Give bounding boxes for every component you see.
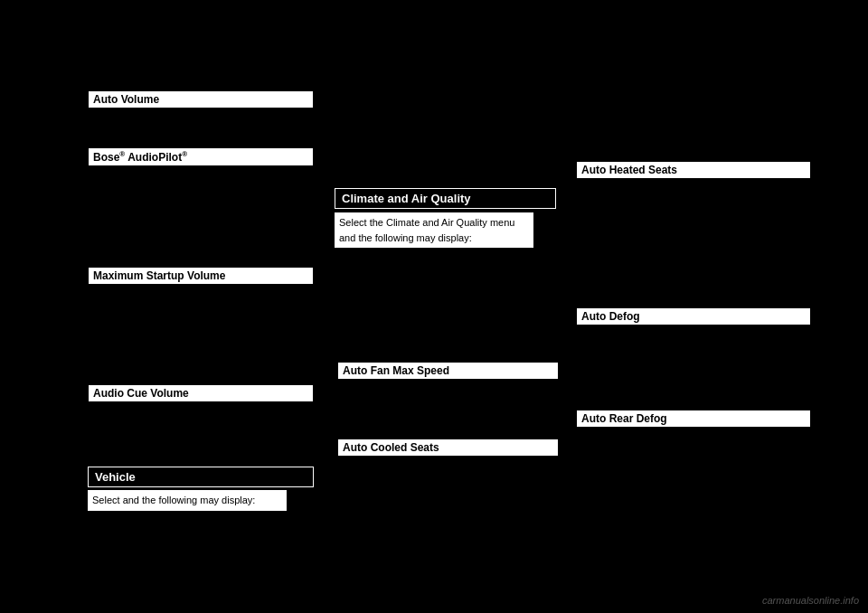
climate-section: Climate and Air Quality Select the Clima… [335, 188, 556, 248]
page: Auto Volume Bose® AudioPilot® Maximum St… [0, 0, 868, 613]
max-startup-volume-label: Maximum Startup Volume [88, 267, 314, 285]
bose-audiopilot-label: Bose® AudioPilot® [88, 147, 314, 166]
watermark: carmanualsonline.info [762, 595, 859, 606]
auto-cooled-seats-section: Auto Cooled Seats [337, 439, 559, 457]
auto-heated-seats-section: Auto Heated Seats [576, 161, 811, 179]
climate-heading: Climate and Air Quality [335, 188, 556, 209]
auto-defog-label: Auto Defog [576, 307, 811, 325]
vehicle-section: Vehicle Select and the following may dis… [88, 467, 314, 511]
auto-volume-section: Auto Volume [88, 90, 314, 108]
auto-volume-label: Auto Volume [88, 90, 314, 108]
auto-fan-max-speed-label: Auto Fan Max Speed [337, 362, 559, 380]
audio-cue-volume-label: Audio Cue Volume [88, 384, 314, 402]
auto-rear-defog-section: Auto Rear Defog [576, 410, 811, 428]
auto-heated-seats-label: Auto Heated Seats [576, 161, 811, 179]
audiopilot-text: AudioPilot [127, 151, 182, 164]
climate-description: Select the Climate and Air Quality menu … [335, 212, 533, 248]
bose-audiopilot-text: Bose [93, 151, 119, 164]
vehicle-heading: Vehicle [88, 467, 314, 487]
auto-cooled-seats-label: Auto Cooled Seats [337, 439, 559, 457]
max-startup-volume-section: Maximum Startup Volume [88, 267, 314, 285]
auto-defog-section: Auto Defog [576, 307, 811, 325]
vehicle-description: Select and the following may display: [88, 490, 287, 511]
audio-cue-volume-section: Audio Cue Volume [88, 384, 314, 402]
bose-audiopilot-section: Bose® AudioPilot® [88, 147, 314, 166]
climate-desc-text: Select the Climate and Air Quality menu … [339, 217, 514, 243]
auto-rear-defog-label: Auto Rear Defog [576, 410, 811, 428]
auto-fan-max-speed-section: Auto Fan Max Speed [337, 362, 559, 380]
